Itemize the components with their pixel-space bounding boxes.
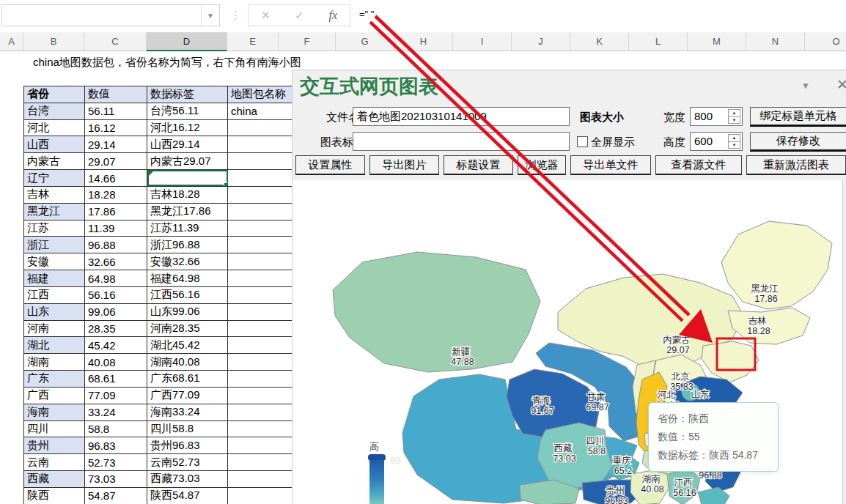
- cell-province[interactable]: 广西: [24, 387, 85, 404]
- cell-province[interactable]: 内蒙古: [24, 153, 85, 170]
- cell-package[interactable]: [228, 186, 294, 203]
- cell-value[interactable]: 96.88: [85, 237, 147, 253]
- cell-value[interactable]: 29.07: [85, 153, 147, 170]
- cell-province[interactable]: 吉林: [24, 186, 85, 203]
- column-header-L[interactable]: L: [629, 32, 688, 51]
- cell-value[interactable]: 56.11: [85, 103, 147, 119]
- cell-label[interactable]: 广东68.61: [147, 371, 228, 388]
- cell-value[interactable]: 40.08: [85, 354, 147, 371]
- cell-value[interactable]: 64.98: [85, 270, 147, 287]
- column-header-C[interactable]: C: [84, 32, 147, 51]
- column-header-H[interactable]: H: [394, 32, 453, 51]
- cell-package[interactable]: [228, 119, 294, 136]
- cell-province[interactable]: 四川: [24, 420, 85, 437]
- cell-province[interactable]: 山西: [24, 136, 85, 153]
- cell-package[interactable]: [228, 320, 294, 337]
- cell-label[interactable]: 安徽32.66: [147, 253, 228, 270]
- cell-province[interactable]: 湖南: [24, 354, 85, 371]
- cell-province[interactable]: 江苏: [24, 220, 85, 237]
- fullscreen-checkbox[interactable]: [577, 136, 588, 147]
- column-header-E[interactable]: E: [227, 32, 279, 51]
- cell-province[interactable]: 湖北: [24, 337, 85, 354]
- cell-package[interactable]: [228, 253, 294, 270]
- cell-package[interactable]: [228, 404, 294, 420]
- height-stepper[interactable]: 600 ▲▼: [690, 132, 743, 151]
- cell-province[interactable]: 陕西: [24, 487, 85, 504]
- province-xinjiang[interactable]: [333, 252, 540, 372]
- cell-package[interactable]: [228, 286, 294, 303]
- cell-label[interactable]: 福建64.98: [147, 270, 228, 287]
- cell-value[interactable]: 56.16: [85, 286, 147, 303]
- cell-value[interactable]: 18.28: [85, 186, 147, 203]
- cell-label[interactable]: 浙江96.88: [147, 237, 228, 253]
- cell-label[interactable]: 云南52.73: [147, 454, 228, 471]
- toolbar-button-5[interactable]: 导出单文件: [570, 155, 651, 175]
- column-header-I[interactable]: I: [453, 32, 512, 51]
- cell-package[interactable]: [228, 303, 294, 320]
- toolbar-button-4[interactable]: 浏览器: [518, 155, 566, 175]
- cell-label[interactable]: 河北16.12: [147, 119, 228, 136]
- insert-function-icon[interactable]: fx: [329, 9, 338, 22]
- panel-collapse-icon[interactable]: ▼: [801, 81, 810, 91]
- cell-province[interactable]: 安徽: [24, 253, 85, 270]
- confirm-entry-icon[interactable]: ✓: [295, 9, 304, 22]
- cell-package[interactable]: [228, 354, 294, 371]
- cell-package[interactable]: [228, 420, 294, 437]
- cell-package[interactable]: [228, 270, 294, 287]
- column-header-M[interactable]: M: [688, 32, 746, 51]
- column-header-F[interactable]: F: [279, 32, 336, 51]
- cell-value[interactable]: 73.03: [85, 471, 147, 488]
- cell-province[interactable]: 福建: [24, 270, 85, 287]
- cell-package[interactable]: [228, 387, 294, 404]
- cell-value[interactable]: 33.24: [85, 404, 147, 420]
- cell-value[interactable]: 17.86: [85, 203, 147, 220]
- cell-package[interactable]: [228, 471, 294, 488]
- cell-package[interactable]: [228, 337, 294, 354]
- cell-label[interactable]: 湖北45.42: [147, 337, 228, 354]
- province-liaoning[interactable]: [702, 341, 759, 382]
- cell-label[interactable]: 河南28.35: [147, 320, 228, 337]
- cell-province[interactable]: 辽宁: [24, 170, 85, 187]
- cell-province[interactable]: 贵州: [24, 437, 85, 454]
- width-up-icon[interactable]: ▲: [729, 110, 740, 117]
- column-header-O[interactable]: O: [805, 32, 846, 51]
- filename-input[interactable]: [353, 107, 570, 126]
- cell-package[interactable]: [228, 371, 294, 388]
- cell-province[interactable]: 河北: [24, 119, 85, 136]
- panel-close-icon[interactable]: ✕: [836, 76, 846, 93]
- cell-label[interactable]: 山东99.06: [147, 303, 228, 320]
- cell-province[interactable]: 山东: [24, 303, 85, 320]
- name-box[interactable]: ▼: [1, 4, 220, 26]
- cell-province[interactable]: 江西: [24, 286, 85, 303]
- column-header-G[interactable]: G: [336, 32, 394, 51]
- cell-value[interactable]: 99.06: [85, 303, 147, 320]
- cell-province[interactable]: 海南: [24, 404, 85, 420]
- cell-label[interactable]: 吉林18.28: [147, 186, 228, 203]
- width-stepper[interactable]: 800 ▲▼: [690, 107, 743, 126]
- cell-package[interactable]: [228, 487, 294, 504]
- cell-label[interactable]: 西藏73.03: [147, 471, 228, 488]
- cell-package[interactable]: [228, 237, 294, 253]
- cell-package[interactable]: [228, 153, 294, 170]
- cell-package[interactable]: [228, 454, 294, 471]
- cell-package[interactable]: [228, 170, 294, 187]
- cell-value[interactable]: 14.66: [85, 170, 147, 187]
- cell-label[interactable]: [147, 170, 228, 187]
- header-province[interactable]: 省份: [24, 86, 85, 103]
- formula-bar-grip-icon[interactable]: ⋮: [230, 9, 240, 22]
- cell-package[interactable]: [228, 437, 294, 454]
- cell-province[interactable]: 西藏: [24, 471, 85, 488]
- toolbar-button-6[interactable]: 查看源文件: [655, 155, 742, 175]
- cell-province[interactable]: 台湾: [24, 103, 85, 119]
- column-header-K[interactable]: K: [570, 32, 629, 51]
- width-down-icon[interactable]: ▼: [729, 117, 740, 124]
- cell-value[interactable]: 52.73: [85, 454, 147, 471]
- height-down-icon[interactable]: ▼: [729, 142, 740, 149]
- cell-province[interactable]: 广东: [24, 371, 85, 388]
- column-header-J[interactable]: J: [512, 32, 570, 51]
- formula-input[interactable]: =" ": [352, 4, 845, 25]
- cell-value[interactable]: 58.8: [85, 420, 147, 437]
- header-package[interactable]: 地图包名称: [228, 86, 294, 103]
- cell-label[interactable]: 四川58.8: [147, 420, 228, 437]
- cell-label[interactable]: 广西77.09: [147, 387, 228, 404]
